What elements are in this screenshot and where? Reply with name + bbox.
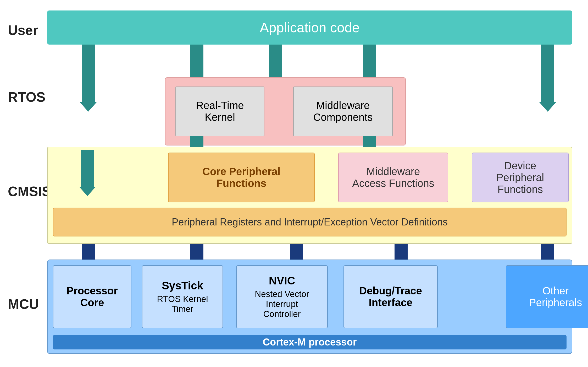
rtos-middleware-label: MiddlewareComponents <box>313 100 373 123</box>
debug-label: Debug/TraceInterface <box>359 285 422 309</box>
rtos-middleware-box: MiddlewareComponents <box>293 87 393 136</box>
cmsis-label: CMSIS <box>8 183 51 199</box>
core-peripheral-box: Core PeripheralFunctions <box>168 153 315 202</box>
rtos-kernel-box: Real-TimeKernel <box>175 87 264 136</box>
systick-title: SysTick <box>162 279 203 292</box>
middleware-access-box: MiddlewareAccess Functions <box>338 153 448 202</box>
arrow-5 <box>539 45 556 112</box>
cmsis-section: Core PeripheralFunctions MiddlewareAcces… <box>47 147 572 244</box>
other-peripherals-label: OtherPeripherals <box>529 285 582 309</box>
peripheral-registers-label: Peripheral Registers and Interrupt/Excep… <box>172 217 448 228</box>
arrow-cmsis-left <box>79 150 96 196</box>
nvic-title: NVIC <box>269 274 295 287</box>
user-section: Application code <box>47 10 572 45</box>
processor-core-label: ProcessorCore <box>66 285 118 309</box>
app-code-label: Application code <box>260 20 360 35</box>
systick-box: SysTick RTOS KernelTimer <box>142 265 223 328</box>
user-label: User <box>8 22 38 38</box>
other-peripherals-box: OtherPeripherals <box>506 265 588 328</box>
cortex-label: Cortex-M processor <box>263 337 357 348</box>
mcu-label: MCU <box>8 296 39 312</box>
mcu-section: ProcessorCore SysTick RTOS KernelTimer N… <box>47 260 572 354</box>
middleware-access-label: MiddlewareAccess Functions <box>352 166 434 189</box>
nvic-box: NVIC Nested VectorInterruptController <box>236 265 328 328</box>
diagram: User RTOS CMSIS MCU Application code Rea… <box>0 0 588 367</box>
core-peripheral-label: Core PeripheralFunctions <box>202 166 280 189</box>
cortex-bar: Cortex-M processor <box>53 335 567 349</box>
processor-core-box: ProcessorCore <box>53 265 131 328</box>
peripheral-registers-bar: Peripheral Registers and Interrupt/Excep… <box>53 208 567 236</box>
device-peripheral-label: DevicePeripheralFunctions <box>496 160 544 195</box>
rtos-label: RTOS <box>8 89 46 105</box>
nvic-sub: Nested VectorInterruptController <box>255 289 309 319</box>
debug-box: Debug/TraceInterface <box>343 265 438 328</box>
device-peripheral-box: DevicePeripheralFunctions <box>472 153 569 202</box>
app-code-bar: Application code <box>47 10 572 45</box>
rtos-kernel-label: Real-TimeKernel <box>196 100 244 123</box>
arrow-1 <box>80 45 97 112</box>
systick-sub: RTOS KernelTimer <box>157 294 208 314</box>
